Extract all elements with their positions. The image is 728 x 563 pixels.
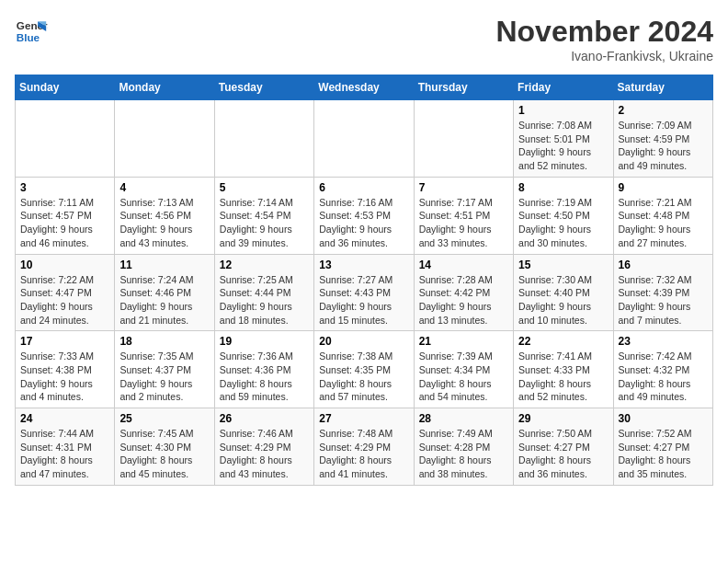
logo: General Blue (15, 15, 48, 48)
day-number: 30 (619, 412, 708, 425)
day-cell: 8Sunrise: 7:19 AM Sunset: 4:50 PM Daylig… (514, 177, 613, 254)
day-number: 24 (20, 412, 109, 425)
month-title: November 2024 (495, 15, 713, 49)
day-info: Sunrise: 7:17 AM Sunset: 4:51 PM Dayligh… (419, 197, 493, 248)
day-cell: 21Sunrise: 7:39 AM Sunset: 4:34 PM Dayli… (414, 331, 513, 408)
day-number: 10 (20, 259, 109, 271)
day-number: 4 (119, 181, 209, 194)
day-info: Sunrise: 7:45 AM Sunset: 4:30 PM Dayligh… (119, 428, 193, 479)
day-info: Sunrise: 7:25 AM Sunset: 4:44 PM Dayligh… (220, 274, 293, 326)
day-info: Sunrise: 7:13 AM Sunset: 4:56 PM Dayligh… (119, 197, 193, 248)
day-cell: 6Sunrise: 7:16 AM Sunset: 4:53 PM Daylig… (314, 177, 414, 254)
day-cell: 18Sunrise: 7:35 AM Sunset: 4:37 PM Dayli… (115, 331, 214, 408)
day-number: 19 (220, 335, 309, 348)
days-of-week-row: Sunday Monday Tuesday Wednesday Thursday… (16, 75, 713, 100)
day-number: 17 (20, 335, 109, 348)
day-number: 20 (319, 335, 408, 348)
week-row-5: 24Sunrise: 7:44 AM Sunset: 4:31 PM Dayli… (16, 408, 713, 486)
day-cell (314, 100, 414, 178)
day-number: 3 (20, 181, 109, 194)
calendar-table: Sunday Monday Tuesday Wednesday Thursday… (15, 75, 713, 486)
day-number: 25 (119, 412, 209, 425)
day-number: 5 (220, 181, 309, 194)
day-number: 18 (119, 335, 209, 348)
day-info: Sunrise: 7:21 AM Sunset: 4:48 PM Dayligh… (619, 197, 692, 248)
day-number: 13 (319, 259, 408, 271)
day-cell: 29Sunrise: 7:50 AM Sunset: 4:27 PM Dayli… (514, 408, 613, 486)
day-cell: 23Sunrise: 7:42 AM Sunset: 4:32 PM Dayli… (613, 331, 712, 408)
day-number: 12 (220, 259, 309, 271)
day-number: 2 (619, 104, 708, 117)
day-info: Sunrise: 7:24 AM Sunset: 4:46 PM Dayligh… (119, 274, 193, 326)
day-info: Sunrise: 7:39 AM Sunset: 4:34 PM Dayligh… (419, 350, 493, 402)
day-number: 6 (319, 181, 408, 194)
day-number: 15 (518, 259, 608, 271)
day-number: 14 (419, 259, 508, 271)
day-cell: 13Sunrise: 7:27 AM Sunset: 4:43 PM Dayli… (314, 254, 414, 331)
page-header: General Blue November 2024 Ivano-Frankiv… (15, 15, 713, 63)
day-number: 27 (319, 412, 408, 425)
day-info: Sunrise: 7:42 AM Sunset: 4:32 PM Dayligh… (619, 350, 692, 402)
day-info: Sunrise: 7:08 AM Sunset: 5:01 PM Dayligh… (518, 120, 592, 171)
day-number: 16 (619, 259, 708, 271)
day-cell (214, 100, 313, 178)
day-cell: 4Sunrise: 7:13 AM Sunset: 4:56 PM Daylig… (115, 177, 214, 254)
day-cell (115, 100, 214, 178)
logo-icon: General Blue (15, 15, 48, 48)
calendar-header: Sunday Monday Tuesday Wednesday Thursday… (16, 75, 713, 100)
day-cell: 7Sunrise: 7:17 AM Sunset: 4:51 PM Daylig… (414, 177, 513, 254)
day-info: Sunrise: 7:50 AM Sunset: 4:27 PM Dayligh… (518, 428, 592, 479)
day-info: Sunrise: 7:32 AM Sunset: 4:39 PM Dayligh… (619, 274, 692, 326)
day-number: 29 (518, 412, 608, 425)
day-cell (16, 100, 115, 178)
day-cell: 22Sunrise: 7:41 AM Sunset: 4:33 PM Dayli… (514, 331, 613, 408)
day-number: 7 (419, 181, 508, 194)
day-cell: 9Sunrise: 7:21 AM Sunset: 4:48 PM Daylig… (613, 177, 712, 254)
day-info: Sunrise: 7:44 AM Sunset: 4:31 PM Dayligh… (20, 428, 94, 479)
day-info: Sunrise: 7:46 AM Sunset: 4:29 PM Dayligh… (220, 428, 293, 479)
day-cell: 20Sunrise: 7:38 AM Sunset: 4:35 PM Dayli… (314, 331, 414, 408)
day-number: 9 (619, 181, 708, 194)
day-cell: 11Sunrise: 7:24 AM Sunset: 4:46 PM Dayli… (115, 254, 214, 331)
day-info: Sunrise: 7:19 AM Sunset: 4:50 PM Dayligh… (518, 197, 592, 248)
day-number: 28 (419, 412, 508, 425)
week-row-2: 3Sunrise: 7:11 AM Sunset: 4:57 PM Daylig… (16, 177, 713, 254)
day-cell: 15Sunrise: 7:30 AM Sunset: 4:40 PM Dayli… (514, 254, 613, 331)
svg-text:Blue: Blue (17, 31, 40, 43)
day-cell: 12Sunrise: 7:25 AM Sunset: 4:44 PM Dayli… (214, 254, 313, 331)
day-cell: 10Sunrise: 7:22 AM Sunset: 4:47 PM Dayli… (16, 254, 115, 331)
col-wednesday: Wednesday (314, 75, 414, 100)
day-info: Sunrise: 7:38 AM Sunset: 4:35 PM Dayligh… (319, 350, 392, 402)
day-info: Sunrise: 7:22 AM Sunset: 4:47 PM Dayligh… (20, 274, 94, 326)
day-cell: 25Sunrise: 7:45 AM Sunset: 4:30 PM Dayli… (115, 408, 214, 486)
day-info: Sunrise: 7:27 AM Sunset: 4:43 PM Dayligh… (319, 274, 392, 326)
day-info: Sunrise: 7:52 AM Sunset: 4:27 PM Dayligh… (619, 428, 692, 479)
day-cell: 1Sunrise: 7:08 AM Sunset: 5:01 PM Daylig… (514, 100, 613, 178)
day-cell: 2Sunrise: 7:09 AM Sunset: 4:59 PM Daylig… (613, 100, 712, 178)
day-cell: 5Sunrise: 7:14 AM Sunset: 4:54 PM Daylig… (214, 177, 313, 254)
day-info: Sunrise: 7:41 AM Sunset: 4:33 PM Dayligh… (518, 350, 592, 402)
day-cell: 27Sunrise: 7:48 AM Sunset: 4:29 PM Dayli… (314, 408, 414, 486)
col-thursday: Thursday (414, 75, 513, 100)
col-monday: Monday (115, 75, 214, 100)
col-sunday: Sunday (16, 75, 115, 100)
day-cell: 30Sunrise: 7:52 AM Sunset: 4:27 PM Dayli… (613, 408, 712, 486)
day-info: Sunrise: 7:48 AM Sunset: 4:29 PM Dayligh… (319, 428, 392, 479)
day-cell: 24Sunrise: 7:44 AM Sunset: 4:31 PM Dayli… (16, 408, 115, 486)
day-number: 1 (518, 104, 608, 117)
day-cell (414, 100, 513, 178)
col-tuesday: Tuesday (214, 75, 313, 100)
col-saturday: Saturday (613, 75, 712, 100)
day-cell: 16Sunrise: 7:32 AM Sunset: 4:39 PM Dayli… (613, 254, 712, 331)
day-number: 22 (518, 335, 608, 348)
calendar-body: 1Sunrise: 7:08 AM Sunset: 5:01 PM Daylig… (16, 100, 713, 486)
day-info: Sunrise: 7:49 AM Sunset: 4:28 PM Dayligh… (419, 428, 493, 479)
location: Ivano-Frankivsk, Ukraine (495, 49, 713, 63)
week-row-1: 1Sunrise: 7:08 AM Sunset: 5:01 PM Daylig… (16, 100, 713, 178)
day-info: Sunrise: 7:11 AM Sunset: 4:57 PM Dayligh… (20, 197, 94, 248)
day-info: Sunrise: 7:30 AM Sunset: 4:40 PM Dayligh… (518, 274, 592, 326)
week-row-3: 10Sunrise: 7:22 AM Sunset: 4:47 PM Dayli… (16, 254, 713, 331)
title-area: November 2024 Ivano-Frankivsk, Ukraine (495, 15, 713, 63)
week-row-4: 17Sunrise: 7:33 AM Sunset: 4:38 PM Dayli… (16, 331, 713, 408)
day-cell: 19Sunrise: 7:36 AM Sunset: 4:36 PM Dayli… (214, 331, 313, 408)
